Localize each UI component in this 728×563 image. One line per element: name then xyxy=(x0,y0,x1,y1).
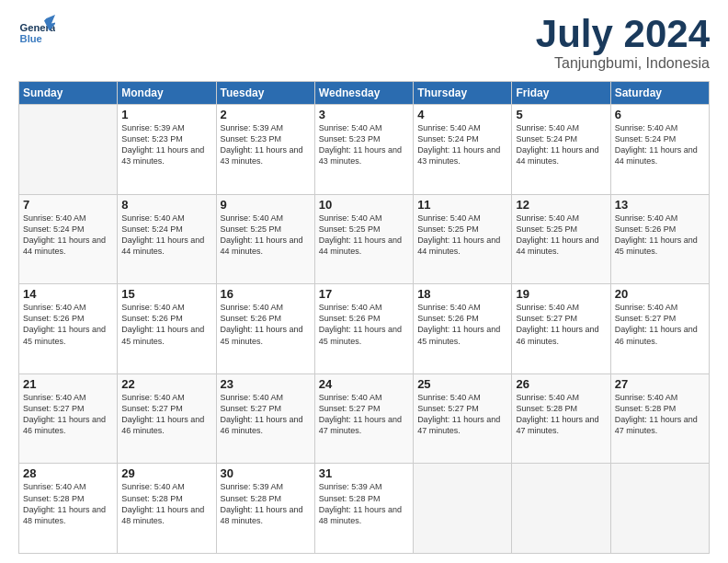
day-number: 10 xyxy=(319,198,409,212)
day-info: Sunrise: 5:40 AM Sunset: 5:26 PM Dayligh… xyxy=(615,213,705,258)
day-number: 15 xyxy=(121,287,211,301)
day-number: 30 xyxy=(221,466,311,480)
day-number: 29 xyxy=(121,466,211,480)
day-number: 4 xyxy=(417,108,507,121)
day-info: Sunrise: 5:39 AM Sunset: 5:23 PM Dayligh… xyxy=(121,122,211,167)
calendar-day-header: Wednesday xyxy=(314,82,413,105)
calendar-cell: 27Sunrise: 5:40 AM Sunset: 5:28 PM Dayli… xyxy=(610,373,709,464)
calendar-table: SundayMondayTuesdayWednesdayThursdayFrid… xyxy=(18,81,710,554)
day-info: Sunrise: 5:40 AM Sunset: 5:26 PM Dayligh… xyxy=(319,302,409,347)
day-info: Sunrise: 5:40 AM Sunset: 5:27 PM Dayligh… xyxy=(319,392,409,437)
svg-text:Blue: Blue xyxy=(20,33,42,44)
day-number: 21 xyxy=(23,377,113,391)
day-number: 20 xyxy=(615,287,705,301)
calendar-header-row: SundayMondayTuesdayWednesdayThursdayFrid… xyxy=(19,82,710,105)
day-info: Sunrise: 5:40 AM Sunset: 5:24 PM Dayligh… xyxy=(23,213,113,258)
header: General Blue July 2024 Tanjungbumi, Indo… xyxy=(18,15,710,72)
day-info: Sunrise: 5:40 AM Sunset: 5:28 PM Dayligh… xyxy=(121,481,211,526)
calendar-day-header: Saturday xyxy=(610,82,709,105)
day-number: 17 xyxy=(319,287,409,301)
day-info: Sunrise: 5:40 AM Sunset: 5:28 PM Dayligh… xyxy=(516,392,606,437)
calendar-cell: 18Sunrise: 5:40 AM Sunset: 5:26 PM Dayli… xyxy=(414,284,512,374)
day-info: Sunrise: 5:40 AM Sunset: 5:24 PM Dayligh… xyxy=(615,122,705,167)
calendar-day-header: Monday xyxy=(118,82,216,105)
day-number: 25 xyxy=(417,377,507,391)
day-number: 24 xyxy=(319,377,409,391)
calendar-cell: 28Sunrise: 5:40 AM Sunset: 5:28 PM Dayli… xyxy=(19,464,118,554)
calendar-cell: 17Sunrise: 5:40 AM Sunset: 5:26 PM Dayli… xyxy=(314,284,413,374)
calendar-day-header: Friday xyxy=(512,82,610,105)
calendar-cell: 20Sunrise: 5:40 AM Sunset: 5:27 PM Dayli… xyxy=(610,284,709,374)
calendar-cell: 10Sunrise: 5:40 AM Sunset: 5:25 PM Dayli… xyxy=(314,194,413,284)
day-info: Sunrise: 5:39 AM Sunset: 5:28 PM Dayligh… xyxy=(221,481,311,526)
calendar-cell: 1Sunrise: 5:39 AM Sunset: 5:23 PM Daylig… xyxy=(118,105,216,195)
calendar-cell: 6Sunrise: 5:40 AM Sunset: 5:24 PM Daylig… xyxy=(610,105,709,195)
calendar-cell: 19Sunrise: 5:40 AM Sunset: 5:27 PM Dayli… xyxy=(512,284,610,374)
calendar-cell: 2Sunrise: 5:39 AM Sunset: 5:23 PM Daylig… xyxy=(216,105,314,195)
day-number: 6 xyxy=(615,108,705,121)
calendar-cell xyxy=(512,464,610,554)
day-number: 14 xyxy=(23,287,113,301)
calendar-cell: 30Sunrise: 5:39 AM Sunset: 5:28 PM Dayli… xyxy=(216,464,314,554)
calendar-day-header: Thursday xyxy=(414,82,512,105)
calendar-cell xyxy=(19,105,118,195)
day-info: Sunrise: 5:40 AM Sunset: 5:24 PM Dayligh… xyxy=(516,122,606,167)
day-info: Sunrise: 5:40 AM Sunset: 5:26 PM Dayligh… xyxy=(417,302,507,347)
calendar-week-row: 1Sunrise: 5:39 AM Sunset: 5:23 PM Daylig… xyxy=(19,105,710,195)
calendar-week-row: 21Sunrise: 5:40 AM Sunset: 5:27 PM Dayli… xyxy=(19,373,710,464)
day-number: 9 xyxy=(221,198,311,212)
day-info: Sunrise: 5:40 AM Sunset: 5:25 PM Dayligh… xyxy=(516,213,606,258)
calendar-week-row: 14Sunrise: 5:40 AM Sunset: 5:26 PM Dayli… xyxy=(19,284,710,374)
location-title: Tanjungbumi, Indonesia xyxy=(536,55,710,72)
calendar-cell: 25Sunrise: 5:40 AM Sunset: 5:27 PM Dayli… xyxy=(414,373,512,464)
calendar-week-row: 7Sunrise: 5:40 AM Sunset: 5:24 PM Daylig… xyxy=(19,194,710,284)
calendar-cell: 12Sunrise: 5:40 AM Sunset: 5:25 PM Dayli… xyxy=(512,194,610,284)
calendar-cell: 4Sunrise: 5:40 AM Sunset: 5:24 PM Daylig… xyxy=(414,105,512,195)
day-info: Sunrise: 5:40 AM Sunset: 5:27 PM Dayligh… xyxy=(23,392,113,437)
day-info: Sunrise: 5:40 AM Sunset: 5:27 PM Dayligh… xyxy=(121,392,211,437)
calendar-cell: 23Sunrise: 5:40 AM Sunset: 5:27 PM Dayli… xyxy=(216,373,314,464)
day-info: Sunrise: 5:40 AM Sunset: 5:24 PM Dayligh… xyxy=(417,122,507,167)
calendar-cell: 21Sunrise: 5:40 AM Sunset: 5:27 PM Dayli… xyxy=(19,373,118,464)
day-number: 16 xyxy=(221,287,311,301)
day-info: Sunrise: 5:40 AM Sunset: 5:27 PM Dayligh… xyxy=(615,302,705,347)
calendar-cell: 3Sunrise: 5:40 AM Sunset: 5:23 PM Daylig… xyxy=(314,105,413,195)
day-info: Sunrise: 5:40 AM Sunset: 5:26 PM Dayligh… xyxy=(121,302,211,347)
day-number: 3 xyxy=(319,108,409,121)
day-info: Sunrise: 5:40 AM Sunset: 5:25 PM Dayligh… xyxy=(319,213,409,258)
logo: General Blue xyxy=(18,15,55,48)
day-info: Sunrise: 5:40 AM Sunset: 5:27 PM Dayligh… xyxy=(417,392,507,437)
calendar-cell: 15Sunrise: 5:40 AM Sunset: 5:26 PM Dayli… xyxy=(118,284,216,374)
day-number: 2 xyxy=(221,108,311,121)
day-number: 18 xyxy=(417,287,507,301)
calendar-week-row: 28Sunrise: 5:40 AM Sunset: 5:28 PM Dayli… xyxy=(19,464,710,554)
calendar-cell xyxy=(414,464,512,554)
calendar-cell: 11Sunrise: 5:40 AM Sunset: 5:25 PM Dayli… xyxy=(414,194,512,284)
day-info: Sunrise: 5:40 AM Sunset: 5:26 PM Dayligh… xyxy=(221,302,311,347)
day-number: 26 xyxy=(516,377,606,391)
day-number: 23 xyxy=(221,377,311,391)
month-title: July 2024 xyxy=(536,15,710,53)
day-info: Sunrise: 5:40 AM Sunset: 5:25 PM Dayligh… xyxy=(417,213,507,258)
day-info: Sunrise: 5:40 AM Sunset: 5:26 PM Dayligh… xyxy=(23,302,113,347)
day-number: 13 xyxy=(615,198,705,212)
calendar-day-header: Sunday xyxy=(19,82,118,105)
day-info: Sunrise: 5:40 AM Sunset: 5:28 PM Dayligh… xyxy=(23,481,113,526)
title-block: July 2024 Tanjungbumi, Indonesia xyxy=(536,15,710,72)
calendar-cell: 7Sunrise: 5:40 AM Sunset: 5:24 PM Daylig… xyxy=(19,194,118,284)
calendar-cell: 13Sunrise: 5:40 AM Sunset: 5:26 PM Dayli… xyxy=(610,194,709,284)
day-info: Sunrise: 5:40 AM Sunset: 5:27 PM Dayligh… xyxy=(221,392,311,437)
day-number: 8 xyxy=(121,198,211,212)
day-number: 1 xyxy=(121,108,211,121)
calendar-cell: 14Sunrise: 5:40 AM Sunset: 5:26 PM Dayli… xyxy=(19,284,118,374)
calendar-cell: 29Sunrise: 5:40 AM Sunset: 5:28 PM Dayli… xyxy=(118,464,216,554)
logo-icon: General Blue xyxy=(18,15,55,48)
day-number: 31 xyxy=(319,466,409,480)
calendar-cell: 24Sunrise: 5:40 AM Sunset: 5:27 PM Dayli… xyxy=(314,373,413,464)
day-number: 7 xyxy=(23,198,113,212)
day-info: Sunrise: 5:40 AM Sunset: 5:28 PM Dayligh… xyxy=(615,392,705,437)
day-number: 28 xyxy=(23,466,113,480)
day-info: Sunrise: 5:39 AM Sunset: 5:28 PM Dayligh… xyxy=(319,481,409,526)
calendar-day-header: Tuesday xyxy=(216,82,314,105)
day-number: 27 xyxy=(615,377,705,391)
